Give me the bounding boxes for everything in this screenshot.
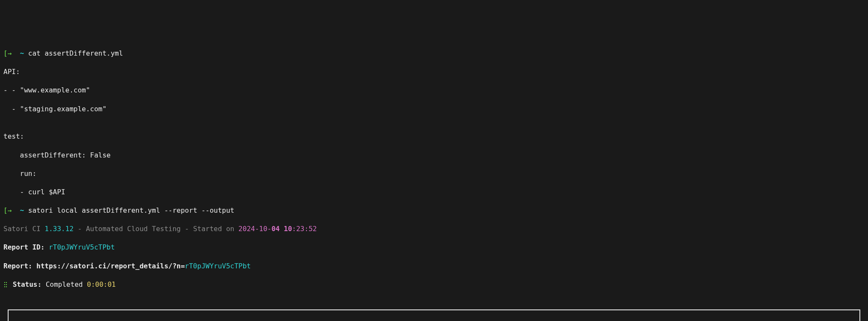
status-label: Status: <box>9 280 46 288</box>
started-label: Started on <box>193 225 238 233</box>
sep: - <box>74 225 86 233</box>
banner-line: Satori CI 1.33.12 - Automated Cloud Test… <box>3 224 865 234</box>
report-url-prefix: https://satori.ci/report_details/?n= <box>36 262 185 270</box>
spinner-icon <box>3 282 8 287</box>
yml-line: run: <box>3 169 865 178</box>
report-id-label: Report ID: <box>3 243 49 251</box>
result-box: Result: Fail(1) Test: test:run | Testcas… <box>8 309 860 321</box>
prompt-arrow: [→ <box>3 49 12 57</box>
started-day: 04 <box>271 225 279 233</box>
status-line: Status: Completed 0:00:01 <box>3 280 865 289</box>
command-1: cat assertDifferent.yml <box>28 49 123 57</box>
started-rest: :23:52 <box>292 225 317 233</box>
started-hour: 10 <box>279 225 292 233</box>
status-value: Completed <box>46 280 87 288</box>
yml-line: - curl $API <box>3 187 865 197</box>
prompt-line-1: [→ ~ cat assertDifferent.yml <box>3 49 865 58</box>
yml-line: assertDifferent: False <box>3 151 865 160</box>
terminal[interactable]: [→ ~ cat assertDifferent.yml API: - - "w… <box>3 39 865 321</box>
yml-line: - "staging.example.com" <box>3 104 865 114</box>
prompt-cwd: ~ <box>20 49 24 57</box>
command-2: satori local assertDifferent.yml --repor… <box>28 206 235 214</box>
started-date: 2024-10- <box>238 225 271 233</box>
yml-line: test: <box>3 132 865 141</box>
sep: - <box>181 225 193 233</box>
yml-line: - - "www.example.com" <box>3 86 865 95</box>
report-url-n: rT0pJWYruV5cTPbt <box>185 262 251 270</box>
report-id-line: Report ID: rT0pJWYruV5cTPbt <box>3 243 865 252</box>
product-desc: Automated Cloud Testing <box>86 225 181 233</box>
report-url-line: Report: https://satori.ci/report_details… <box>3 262 865 271</box>
prompt-arrow: [→ <box>3 206 12 214</box>
product-name: Satori CI <box>3 225 45 233</box>
status-time: 0:00:01 <box>87 280 116 288</box>
prompt-line-2: [→ ~ satori local assertDifferent.yml --… <box>3 206 865 215</box>
yml-line: API: <box>3 67 865 77</box>
report-url-label: Report: <box>3 262 36 270</box>
prompt-cwd: ~ <box>20 206 24 214</box>
product-version: 1.33.12 <box>45 225 73 233</box>
report-id-value: rT0pJWYruV5cTPbt <box>49 243 115 251</box>
